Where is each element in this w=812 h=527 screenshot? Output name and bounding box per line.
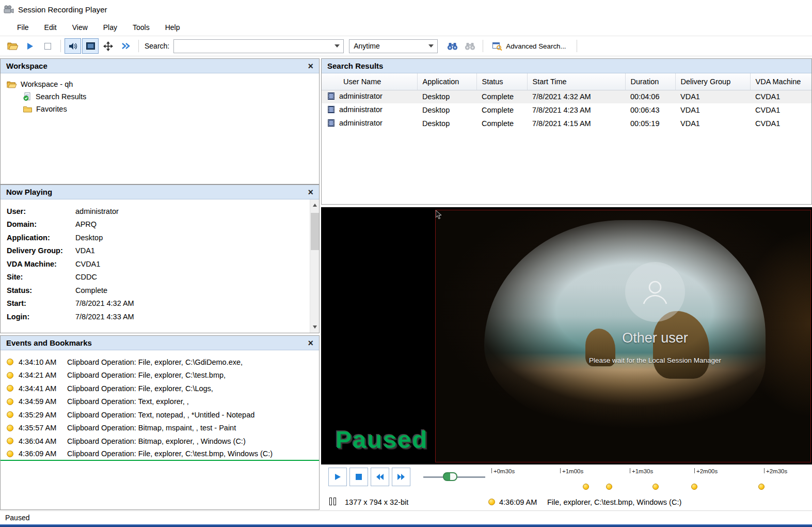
play-toolbar-button[interactable]: [22, 38, 38, 54]
event-item[interactable]: 4:34:59 AMClipboard Operation: Text, exp…: [1, 395, 319, 409]
close-icon[interactable]: ×: [308, 338, 313, 348]
field-status: Status:Complete: [1, 284, 319, 297]
tick-label: +0m30s: [493, 468, 515, 474]
events-panel: Events and Bookmarks × 4:34:10 AMClipboa…: [0, 335, 320, 510]
scrollbar[interactable]: [310, 199, 319, 333]
field-login: Login:7/8/2021 4:33 AM: [1, 310, 319, 323]
event-marker-dot[interactable]: [691, 484, 697, 490]
window-title: Session Recording Player: [18, 5, 107, 14]
event-dot-icon: [7, 385, 13, 392]
column-header-user[interactable]: User Name: [322, 73, 417, 90]
column-header-status[interactable]: Status: [476, 73, 527, 90]
toolbar-separator: [577, 40, 577, 52]
recording-icon: [328, 119, 335, 128]
fast-forward-button[interactable]: [392, 468, 410, 486]
slider-handle[interactable]: [443, 472, 457, 481]
other-user-label: Other user: [521, 330, 789, 346]
fit-screen-toggle-button[interactable]: [82, 38, 99, 54]
workspace-panel-header: Workspace ×: [1, 59, 319, 73]
menu-help[interactable]: Help: [157, 20, 188, 35]
column-header-application[interactable]: Application: [417, 73, 476, 90]
search-previous-button[interactable]: [461, 38, 478, 54]
event-dot-icon: [7, 411, 13, 418]
event-item[interactable]: 4:36:04 AMClipboard Operation: Bitmap, e…: [1, 435, 319, 448]
close-icon[interactable]: ×: [308, 188, 313, 197]
search-next-button[interactable]: [444, 38, 460, 54]
recording-icon: [328, 92, 335, 101]
workspace-folder-icon: [7, 81, 17, 88]
now-playing-panel: Now Playing × User:administrator Domain:…: [0, 184, 320, 333]
binoculars-disabled-icon: [465, 42, 475, 50]
open-recording-button[interactable]: [4, 38, 21, 54]
tick-label: +1m30s: [632, 468, 653, 474]
statusbar-text: Paused: [5, 514, 29, 522]
events-panel-title: Events and Bookmarks: [6, 338, 92, 347]
column-header-duration[interactable]: Duration: [625, 73, 675, 90]
advanced-search-button[interactable]: Advanced Search...: [487, 38, 571, 54]
cell-duration: 00:06:43: [625, 103, 675, 117]
close-icon[interactable]: ×: [308, 61, 313, 71]
tree-item-workspace-root[interactable]: Workspace - qh: [1, 78, 319, 90]
menu-file[interactable]: File: [9, 20, 37, 35]
event-marker-dot[interactable]: [652, 484, 659, 490]
pan-button[interactable]: [100, 38, 116, 54]
cell-start-time: 7/8/2021 4:23 AM: [527, 103, 625, 117]
event-item-current[interactable]: 4:36:09 AMClipboard Operation: File, exp…: [1, 448, 319, 461]
cell-application: Desktop: [417, 90, 476, 103]
scroll-up-icon[interactable]: [310, 200, 320, 210]
time-filter-select[interactable]: Anytime: [349, 39, 438, 53]
event-marker-dot[interactable]: [606, 484, 612, 490]
event-item[interactable]: 4:35:29 AMClipboard Operation: Text, not…: [1, 408, 319, 422]
dropdown-arrow-icon[interactable]: [335, 44, 340, 48]
scrollbar-thumb[interactable]: [311, 213, 319, 250]
tree-item-favorites[interactable]: Favorites: [1, 103, 319, 115]
menu-view[interactable]: View: [65, 20, 95, 35]
column-header-delivery-group[interactable]: Delivery Group: [675, 73, 750, 90]
event-item[interactable]: 4:34:10 AMClipboard Operation: File, exp…: [1, 355, 319, 369]
dropdown-arrow-icon[interactable]: [428, 44, 434, 48]
workspace-panel-title: Workspace: [6, 61, 47, 70]
table-row[interactable]: administrator Desktop Complete 7/8/2021 …: [322, 117, 811, 130]
cell-vda-machine: CVDA1: [750, 117, 811, 130]
titlebar: Session Recording Player: [0, 0, 812, 19]
rewind-button[interactable]: [371, 468, 389, 486]
event-dot-icon: [7, 398, 13, 405]
tick-label: +1m00s: [562, 468, 583, 474]
avatar: [625, 262, 685, 322]
table-row[interactable]: administrator Desktop Complete 7/8/2021 …: [322, 103, 811, 117]
snapshot-button[interactable]: [39, 38, 56, 54]
menu-tools[interactable]: Tools: [125, 20, 157, 35]
search-results-doc-icon: [23, 92, 31, 101]
event-item[interactable]: 4:34:21 AMClipboard Operation: File, exp…: [1, 369, 319, 382]
cell-status: Complete: [476, 117, 527, 130]
event-marker-dot[interactable]: [583, 484, 589, 490]
tree-item-search-results[interactable]: Search Results: [1, 90, 319, 103]
event-item[interactable]: 4:35:57 AMClipboard Operation: Bitmap, m…: [1, 422, 319, 435]
play-icon: [333, 473, 342, 481]
stop-button[interactable]: [349, 468, 368, 486]
events-panel-header: Events and Bookmarks ×: [1, 336, 319, 350]
audio-toggle-button[interactable]: [65, 38, 81, 54]
now-playing-fields: User:administrator Domain:APRQ Applicati…: [1, 199, 319, 323]
event-item[interactable]: 4:34:41 AMClipboard Operation: File, exp…: [1, 382, 319, 395]
window-bottom-edge: [0, 524, 812, 527]
timeline-tick: +2m30s: [764, 468, 787, 474]
cell-vda-machine: CVDA1: [750, 103, 811, 117]
more-tools-button[interactable]: [117, 38, 134, 54]
scroll-down-icon[interactable]: [310, 322, 320, 332]
column-header-start-time[interactable]: Start Time: [527, 73, 625, 90]
statusbar: Paused: [0, 510, 812, 524]
menu-edit[interactable]: Edit: [37, 20, 65, 35]
menu-play[interactable]: Play: [95, 20, 125, 35]
recording-icon: [328, 106, 335, 115]
field-application: Application:Desktop: [1, 231, 319, 244]
event-marker-dot[interactable]: [758, 484, 765, 490]
play-button[interactable]: [328, 468, 347, 486]
column-header-vda-machine[interactable]: VDA Machine: [750, 73, 811, 90]
cell-vda-machine: CVDA1: [750, 90, 811, 103]
cell-user-name: administrator: [322, 90, 417, 103]
resolution-text: 1377 x 794 x 32-bit: [345, 498, 408, 506]
table-row[interactable]: administrator Desktop Complete 7/8/2021 …: [322, 90, 811, 103]
search-results-panel-title: Search Results: [327, 61, 383, 70]
search-input[interactable]: [173, 39, 344, 53]
